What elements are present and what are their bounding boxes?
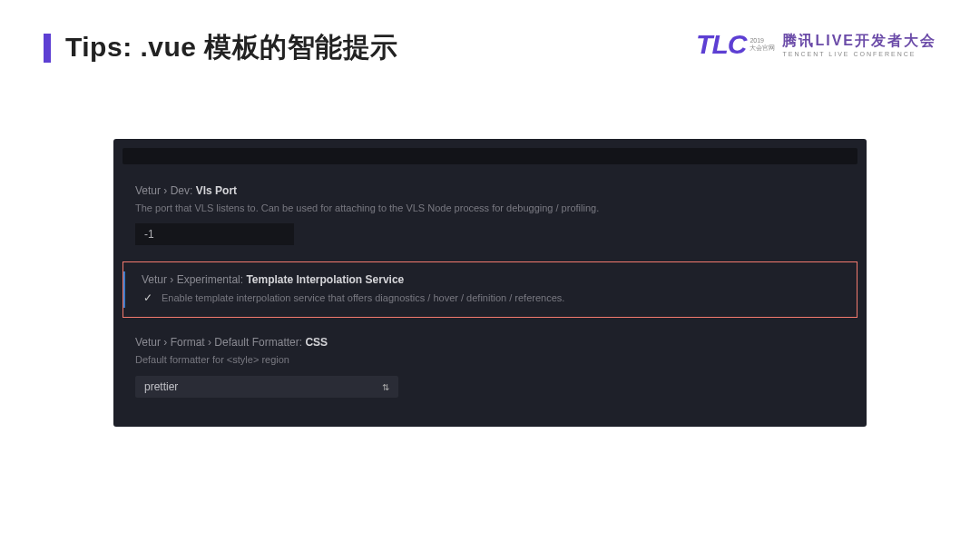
experimental-checkbox-label: Enable template interpolation service th… xyxy=(162,292,564,303)
setting-vls-port: Vetur › Dev: Vls Port The port that VLS … xyxy=(113,173,867,254)
slide-title-wrap: Tips: .vue 模板的智能提示 xyxy=(44,29,398,66)
chevron-updown-icon: ⇅ xyxy=(382,382,389,392)
slide-title: Tips: .vue 模板的智能提示 xyxy=(65,29,398,66)
setting-formatter-desc: Default formatter for <style> region xyxy=(135,352,845,368)
setting-formatter: Vetur › Format › Default Formatter: CSS … xyxy=(113,325,867,408)
setting-name: Vls Port xyxy=(196,184,237,197)
settings-search-bar[interactable] xyxy=(122,148,858,164)
logo-en-text: TENCENT LIVE CONFERENCE xyxy=(782,51,936,57)
modified-indicator xyxy=(123,271,125,308)
logo-cn-en: 腾讯LIVE开发者大会 TENCENT LIVE CONFERENCE xyxy=(782,32,936,57)
setting-vls-port-desc: The port that VLS listens to. Can be use… xyxy=(135,201,845,216)
checkmark-icon[interactable]: ✓ xyxy=(142,291,154,304)
setting-name: Template Interpolation Service xyxy=(246,273,404,286)
formatter-select-value: prettier xyxy=(144,380,178,393)
conference-logo: TLC 2019大会官网 腾讯LIVE开发者大会 TENCENT LIVE CO… xyxy=(696,29,936,60)
experimental-checkbox-row[interactable]: ✓ Enable template interpolation service … xyxy=(142,291,844,304)
setting-name: CSS xyxy=(305,336,328,349)
logo-year: 2019大会官网 xyxy=(750,37,775,51)
title-accent-bar xyxy=(44,34,51,63)
formatter-select[interactable]: prettier ⇅ xyxy=(135,376,398,398)
setting-experimental-highlight: Vetur › Experimental: Template Interpola… xyxy=(122,261,858,318)
setting-experimental-header: Vetur › Experimental: Template Interpola… xyxy=(142,273,844,286)
logo-tlc-text: TLC xyxy=(696,29,746,60)
vscode-settings-screenshot: Vetur › Dev: Vls Port The port that VLS … xyxy=(113,139,867,427)
setting-path: Vetur › Dev: xyxy=(135,184,192,197)
setting-path: Vetur › Format › Default Formatter: xyxy=(135,336,302,349)
setting-path: Vetur › Experimental: xyxy=(142,273,243,286)
setting-formatter-header: Vetur › Format › Default Formatter: CSS xyxy=(135,336,845,349)
setting-vls-port-header: Vetur › Dev: Vls Port xyxy=(135,184,845,197)
vls-port-input[interactable]: -1 xyxy=(135,223,294,245)
logo-cn-text: 腾讯LIVE开发者大会 xyxy=(782,32,936,51)
